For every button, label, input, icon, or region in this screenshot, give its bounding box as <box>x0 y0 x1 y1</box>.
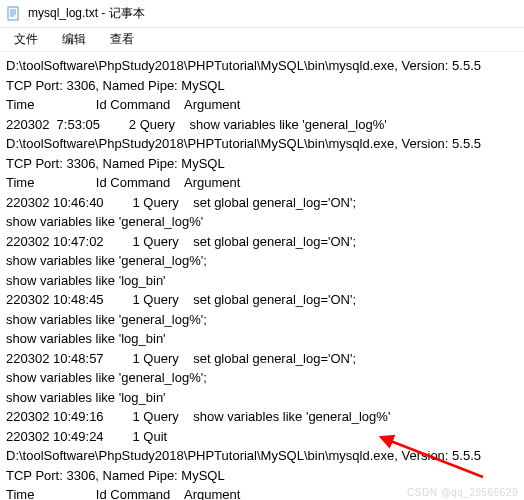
menu-bar: 文件 编辑 查看 <box>0 28 524 52</box>
menu-view[interactable]: 查看 <box>100 29 144 50</box>
window-title: mysql_log.txt - 记事本 <box>28 5 145 22</box>
notepad-icon <box>6 6 22 22</box>
menu-file[interactable]: 文件 <box>4 29 48 50</box>
annotation-arrow-icon <box>378 432 488 482</box>
svg-line-6 <box>388 440 483 477</box>
window-titlebar: mysql_log.txt - 记事本 <box>0 0 524 28</box>
watermark-text: CSDN @qq_29566629 <box>407 487 518 498</box>
menu-edit[interactable]: 编辑 <box>52 29 96 50</box>
